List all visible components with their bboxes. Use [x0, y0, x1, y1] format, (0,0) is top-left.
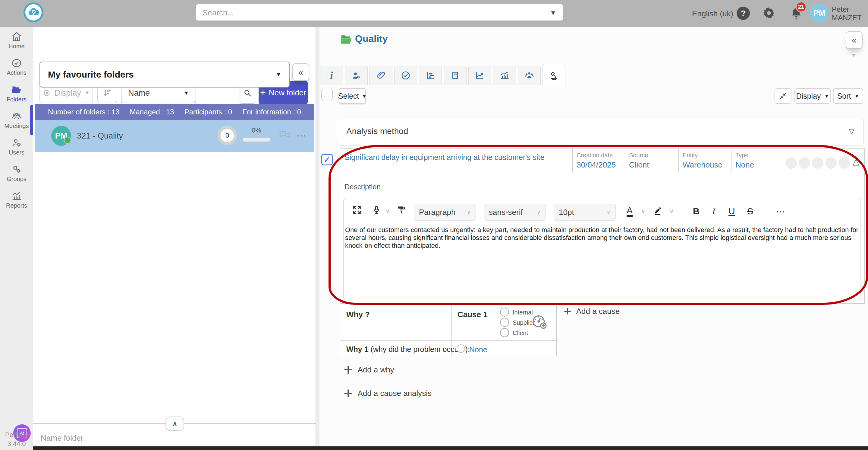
folder-name[interactable]: 321 - Quality — [77, 131, 123, 141]
folder-list-item[interactable]: PM 321 - Quality 0 0% ⋯ — [35, 120, 314, 152]
tab-members[interactable] — [345, 66, 368, 85]
bold-button[interactable]: B — [693, 206, 700, 217]
folder-stats-bar: Number of folders : 13 Managed : 13 Part… — [35, 104, 314, 120]
tab-attachments[interactable] — [370, 66, 393, 85]
source-value[interactable]: Client — [629, 160, 649, 170]
display-options-button[interactable]: Display ▼ — [795, 88, 831, 104]
search-input[interactable] — [202, 4, 544, 21]
nav-reports[interactable]: Reports — [0, 191, 33, 209]
strikethrough-button[interactable]: S — [747, 206, 753, 217]
rating-dot[interactable] — [812, 157, 824, 169]
chevron-down-icon: ▼ — [825, 93, 829, 99]
search-scope-caret-icon[interactable]: ▼ — [550, 9, 556, 17]
progress-percent: 0% — [243, 126, 270, 134]
font-color-button[interactable]: A — [627, 205, 632, 217]
tab-notes[interactable] — [444, 66, 467, 85]
fullscreen-icon[interactable] — [352, 205, 362, 215]
why1-none-radio[interactable] — [457, 344, 465, 353]
rating-dot[interactable] — [785, 157, 797, 169]
compress-rows-button[interactable] — [775, 88, 792, 104]
reports-icon — [11, 191, 22, 201]
tab-analysis[interactable] — [542, 64, 565, 87]
chat-bubbles-icon[interactable] — [278, 129, 291, 142]
actions-count-ring: 0 — [218, 126, 237, 145]
collapse-left-panel-button[interactable]: « — [292, 63, 309, 81]
rating-dot[interactable] — [825, 157, 837, 169]
description-label: Description — [344, 182, 381, 191]
open-folder-icon — [340, 34, 352, 45]
app-window: ▼ English (uk) ? 21 PM Peter MANZET — [0, 0, 868, 450]
microphone-icon[interactable] — [372, 205, 381, 215]
tab-tasks[interactable] — [394, 66, 417, 85]
user-avatar[interactable]: PM — [810, 4, 829, 22]
cause-client-radio[interactable] — [500, 328, 509, 337]
problem-card: Significant delay in equipment arriving … — [340, 148, 865, 304]
nav-home[interactable]: Home — [0, 31, 33, 50]
more-tools-button[interactable]: ⋯ — [776, 206, 786, 217]
problem-title-link[interactable]: Significant delay in equipment arriving … — [344, 153, 564, 162]
collapse-arrows-icon — [779, 92, 787, 100]
description-text[interactable]: One of our customers contacted us urgent… — [345, 226, 859, 250]
name-folder-input[interactable] — [35, 430, 314, 446]
collapse-new-folder-button[interactable]: ∧ — [165, 417, 184, 431]
actions-icon — [11, 58, 22, 68]
chevron-down-icon: ▼ — [184, 90, 189, 96]
user-name: Peter MANZET — [832, 5, 862, 22]
problem-checkbox[interactable]: ✓ — [321, 154, 333, 165]
analysis-method-header[interactable]: Analysis method ▽ — [337, 117, 864, 145]
select-dropdown-button[interactable]: Select ▼ — [339, 88, 366, 104]
tab-info[interactable]: i — [320, 66, 343, 85]
paragraph-style-select[interactable]: Paragraph∨ — [414, 204, 476, 221]
microscope-icon — [549, 71, 559, 81]
perfony-logo[interactable] — [24, 2, 43, 22]
cause-internal-radio[interactable] — [500, 308, 509, 317]
favourite-folders-dropdown[interactable]: My favourite folders ▼ — [39, 62, 290, 87]
app-name: Perfony — [0, 431, 33, 439]
entity-value[interactable]: Warehouse — [683, 160, 722, 170]
language-selector[interactable]: English (uk) — [692, 9, 733, 19]
home-icon — [11, 31, 22, 42]
nav-meetings[interactable]: Meetings — [0, 111, 33, 130]
highlight-pen-icon[interactable] — [653, 205, 663, 215]
cause-internal-label: Internal — [513, 309, 533, 316]
add-cause-button[interactable]: + Add a cause — [564, 306, 620, 316]
add-why-button[interactable]: + Add a why — [344, 365, 394, 375]
why1-none-value[interactable]: None — [469, 345, 487, 354]
nav-folders[interactable]: Folders — [0, 84, 33, 103]
help-icon[interactable]: ? — [737, 7, 750, 20]
font-size-select[interactable]: 10pt∨ — [554, 204, 616, 221]
impact-gauge-icon[interactable] — [530, 312, 549, 331]
italic-button[interactable]: I — [712, 206, 715, 217]
mic-options-caret[interactable]: ∨ — [385, 207, 390, 215]
plus-icon: + — [564, 306, 571, 316]
format-painter-icon[interactable] — [397, 205, 407, 215]
rating-dot[interactable] — [838, 157, 850, 169]
nav-actions[interactable]: Actions — [0, 58, 33, 76]
line-chart-icon — [475, 71, 485, 80]
creation-date-value[interactable]: 30/04/2025 — [577, 160, 616, 170]
font-color-caret[interactable]: ∨ — [641, 207, 646, 215]
chevron-down-icon: ∨ — [607, 209, 611, 216]
type-value[interactable]: None — [735, 160, 754, 170]
tab-trend[interactable] — [468, 66, 491, 85]
font-family-select[interactable]: sans-serif∨ — [484, 204, 546, 221]
tab-bar-line — [319, 86, 868, 86]
highlight-caret[interactable]: ∨ — [670, 207, 674, 215]
sort-options-button[interactable]: Sort ▼ — [833, 88, 863, 104]
add-cause-analysis-button[interactable]: + Add a cause analysis — [344, 388, 432, 398]
tab-planning[interactable] — [419, 66, 442, 85]
cause-supplier-radio[interactable] — [500, 318, 509, 327]
settings-gear-icon[interactable] — [762, 6, 776, 20]
nav-groups[interactable]: Groups — [0, 164, 33, 182]
nav-users[interactable]: Users — [0, 137, 33, 156]
underline-button[interactable]: U — [728, 206, 735, 217]
rating-dot[interactable] — [799, 157, 810, 169]
progress-bar — [243, 138, 270, 142]
gantt-icon — [426, 71, 435, 80]
tab-meetings[interactable] — [518, 66, 541, 85]
collapse-problem-icon[interactable]: △ — [852, 157, 859, 167]
select-all-checkbox[interactable] — [321, 89, 333, 100]
tab-statistics[interactable] — [493, 66, 516, 85]
folder-more-menu[interactable]: ⋯ — [296, 130, 308, 142]
collapse-main-panel-button[interactable]: « — [846, 31, 863, 49]
